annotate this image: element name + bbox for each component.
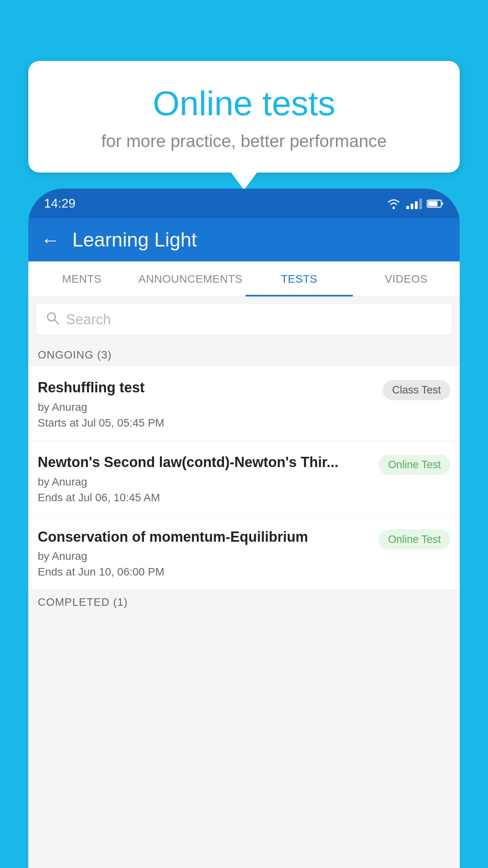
bubble-subtitle: for more practice, better performance: [52, 131, 436, 151]
test-name-reshuffling: Reshuffling test: [38, 379, 375, 397]
tab-announcements[interactable]: ANNOUNCEMENTS: [135, 261, 246, 296]
app-title: Learning Light: [72, 228, 197, 251]
ongoing-section-header: ONGOING (3): [28, 342, 460, 366]
test-info-conservation: Conservation of momentum-Equilibrium by …: [38, 528, 378, 579]
test-item-reshuffling[interactable]: Reshuffling test by Anurag Starts at Jul…: [28, 366, 460, 441]
status-icons: [386, 198, 444, 210]
test-item-conservation[interactable]: Conservation of momentum-Equilibrium by …: [28, 515, 460, 590]
phone-content: Search ONGOING (3) Reshuffling test by A…: [28, 297, 460, 868]
svg-rect-3: [428, 201, 438, 206]
test-item-newtons[interactable]: Newton's Second law(contd)-Newton's Thir…: [28, 441, 460, 515]
test-badge-reshuffling: Class Test: [383, 380, 450, 400]
svg-line-5: [55, 320, 59, 324]
test-badge-newtons: Online Test: [378, 455, 450, 475]
battery-icon: [427, 199, 444, 208]
test-time-reshuffling: Starts at Jul 05, 05:45 PM: [38, 417, 375, 429]
wifi-icon: [386, 198, 402, 210]
tab-ments[interactable]: MENTS: [28, 261, 135, 296]
speech-bubble: Online tests for more practice, better p…: [28, 61, 460, 173]
svg-point-0: [393, 207, 395, 209]
search-input-placeholder: Search: [66, 311, 111, 328]
test-info-newtons: Newton's Second law(contd)-Newton's Thir…: [38, 453, 378, 504]
test-name-conservation: Conservation of momentum-Equilibrium: [38, 528, 371, 546]
test-name-newtons: Newton's Second law(contd)-Newton's Thir…: [38, 453, 371, 472]
status-bar: 14:29: [28, 189, 460, 218]
test-author-newtons: by Anurag: [38, 476, 371, 488]
app-bar: ← Learning Light: [28, 218, 460, 261]
bubble-title: Online tests: [52, 85, 436, 123]
test-author-conservation: by Anurag: [38, 550, 371, 563]
tab-videos[interactable]: VIDEOS: [353, 261, 460, 296]
test-info-reshuffling: Reshuffling test by Anurag Starts at Jul…: [38, 379, 383, 429]
tab-tests[interactable]: TESTS: [246, 261, 352, 296]
test-time-newtons: Ends at Jul 06, 10:45 AM: [38, 491, 371, 504]
status-time: 14:29: [44, 196, 75, 211]
test-time-conservation: Ends at Jun 10, 06:00 PM: [38, 566, 371, 578]
test-author-reshuffling: by Anurag: [38, 401, 375, 414]
search-icon: [46, 311, 60, 329]
completed-section-header: COMPLETED (1): [28, 590, 460, 613]
tab-bar: MENTS ANNOUNCEMENTS TESTS VIDEOS: [28, 261, 460, 297]
phone-frame: 14:29 ← Le: [28, 189, 460, 868]
signal-icon: [406, 198, 422, 209]
test-list: Reshuffling test by Anurag Starts at Jul…: [28, 366, 460, 590]
svg-rect-2: [441, 202, 443, 205]
test-badge-conservation: Online Test: [378, 530, 450, 550]
search-bar[interactable]: Search: [36, 304, 452, 335]
back-button[interactable]: ←: [41, 229, 60, 251]
